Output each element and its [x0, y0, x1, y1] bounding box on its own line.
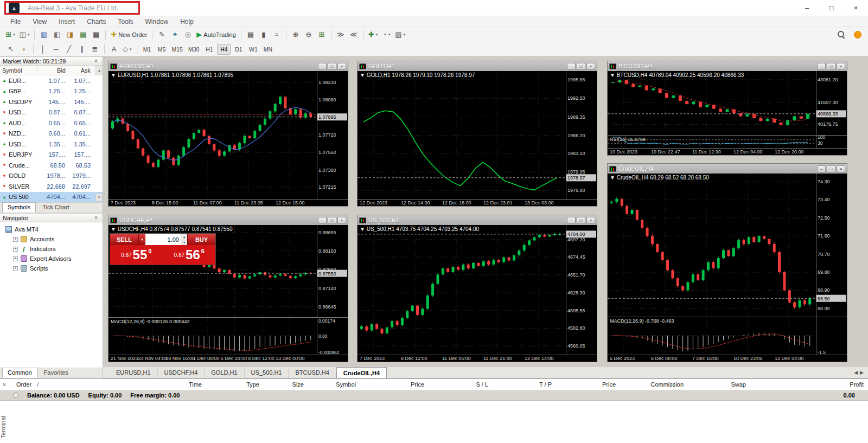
sell-options-dropdown-icon[interactable]: ▾	[138, 234, 145, 245]
terminal-close-icon[interactable]: ×	[3, 382, 6, 388]
window-minimize-button[interactable]: –	[318, 217, 327, 224]
terminal-column-symbol[interactable]: Symbol	[308, 381, 360, 388]
tab-next-icon[interactable]: ▶	[860, 370, 864, 375]
equidistant-channel-button[interactable]: ∥	[76, 43, 88, 55]
chart-canvas-us500[interactable]: 7 Dec 20238 Dec 12:0011 Dec 05:0011 Dec …	[358, 225, 597, 362]
menu-charts[interactable]: Charts	[81, 18, 112, 25]
menu-tools[interactable]: Tools	[112, 18, 139, 25]
window-minimize-button[interactable]: –	[318, 63, 327, 70]
search-button[interactable]	[835, 29, 847, 41]
autotrading-button[interactable]: ▶AutoTrading	[195, 29, 238, 41]
navigator-item-scripts[interactable]: +Scripts	[0, 264, 103, 273]
chart-window-titlebar[interactable]: USDCHF,H4–□×	[108, 215, 348, 225]
market-watch-row-eurjpy[interactable]: ▼EURJPY157....157....	[0, 150, 103, 160]
horizontal-line-button[interactable]: ─	[50, 43, 62, 55]
market-watch-row-us-500[interactable]: ▲US 5004704...4704...	[0, 192, 103, 203]
stepper-up-icon[interactable]: ▴	[181, 234, 187, 240]
market-watch-button[interactable]: ▥	[38, 29, 50, 41]
chart-window-titlebar[interactable]: CrudeOIL,H4–□×	[608, 164, 847, 174]
window-minimize-button[interactable]: –	[817, 63, 826, 70]
buy-price-button[interactable]: 0.87566	[163, 245, 216, 265]
profiles-button[interactable]: ◫▾	[17, 29, 31, 41]
timeframe-m15-button[interactable]: M15	[170, 44, 185, 55]
chart-tab-eurusd-h1[interactable]: EURUSD,H1	[110, 367, 158, 378]
chart-window-titlebar[interactable]: GOLD,H1–□×	[358, 61, 597, 71]
sell-price-button[interactable]: 0.87550	[110, 245, 163, 265]
navigator-item-indicators[interactable]: +ƒIndicators	[0, 244, 103, 254]
chart-tab-us-500-h1[interactable]: US_500,H1	[245, 367, 289, 378]
chart-canvas-gold[interactable]: 12 Dec 202312 Dec 14:0012 Dec 18:0012 De…	[358, 71, 597, 206]
market-watch-row-aud[interactable]: ▲AUD...0.65...0.65...	[0, 118, 103, 129]
market-watch-row-usdjpy[interactable]: ▲USDJPY145....145....	[0, 97, 103, 107]
window-restore-button[interactable]: □	[328, 217, 336, 224]
terminal-column-price[interactable]: Price	[360, 381, 429, 388]
chart-area-us500[interactable]: 7 Dec 20238 Dec 12:0011 Dec 05:0011 Dec …	[358, 225, 597, 362]
timeframe-h4-button[interactable]: H4	[217, 44, 231, 55]
window-restore-button[interactable]: □	[827, 165, 835, 172]
expand-icon[interactable]: +	[13, 266, 18, 271]
timeframe-h1-button[interactable]: H1	[202, 44, 216, 55]
chart-window-titlebar[interactable]: US_500,H1–□×	[358, 215, 597, 225]
window-close-button[interactable]: ×	[837, 63, 845, 70]
window-close-button[interactable]: ×	[337, 217, 346, 224]
sell-button[interactable]: SELL	[110, 234, 138, 245]
chart-shift-button[interactable]: ≪	[348, 29, 360, 41]
chart-bars-button[interactable]: ▤	[245, 29, 257, 41]
terminal-column-price[interactable]: Price	[556, 381, 620, 388]
window-close-button[interactable]: ×	[337, 63, 346, 70]
expand-icon[interactable]: +	[13, 256, 18, 261]
chart-window-titlebar[interactable]: EURUSD,H1–□×	[108, 61, 348, 71]
terminal-column-commission[interactable]: Commission	[620, 381, 688, 388]
templates-button[interactable]: ▨▾	[393, 29, 407, 41]
scroll-up-icon[interactable]: ▴	[95, 66, 103, 75]
market-watch-row-usd[interactable]: ▲USD...1.35...1.35...	[0, 139, 103, 150]
tab-symbols[interactable]: Symbols	[2, 202, 36, 213]
tab-favorites[interactable]: Favorites	[39, 368, 74, 378]
window-close-button[interactable]: ×	[837, 165, 845, 172]
vertical-line-button[interactable]: │	[37, 43, 49, 55]
menu-window[interactable]: Window	[139, 18, 175, 25]
terminal-column-time[interactable]: Time	[163, 381, 206, 388]
volume-input[interactable]: 1.00▴▾	[145, 234, 187, 245]
chart-area-usdchf[interactable]: 21 Nov 202324 Nov 04:0028 Nov 16:001 Dec…	[108, 225, 348, 362]
tile-windows-button[interactable]: ⊞	[316, 29, 328, 41]
window-restore-button[interactable]: □	[577, 63, 585, 70]
volume-stepper[interactable]: ▴▾	[181, 234, 187, 245]
timeframe-d1-button[interactable]: D1	[232, 44, 245, 55]
menu-insert[interactable]: Insert	[53, 18, 81, 25]
market-watch-row-nzd[interactable]: ▼NZD...0.60...0.61...	[0, 129, 103, 139]
market-watch-row-usd[interactable]: ▼USD...0.87...0.87...	[0, 107, 103, 118]
window-minimize-button[interactable]: –	[567, 63, 576, 70]
chart-window-btcusd[interactable]: BTCUSD,H4–□×10 Dec 202310 Dec 22:4711 De…	[607, 61, 847, 156]
stepper-down-icon[interactable]: ▾	[181, 240, 187, 246]
market-watch-row-silver[interactable]: ▼SILVER22.66822.697	[0, 181, 103, 192]
terminal-column-type[interactable]: Type	[206, 381, 264, 388]
chart-canvas-eurusd[interactable]: 7 Dec 20238 Dec 15:0011 Dec 07:0011 Dec …	[108, 71, 348, 206]
market-watch-close-icon[interactable]: ×	[92, 58, 100, 64]
timeframe-mn-button[interactable]: MN	[261, 44, 275, 55]
fibonacci-button[interactable]: ≣	[89, 43, 101, 55]
terminal-column-s-l[interactable]: S / L	[429, 381, 493, 388]
timeframe-m5-button[interactable]: M5	[155, 44, 169, 55]
menu-help[interactable]: Help	[174, 18, 200, 25]
metaeditor-button[interactable]: ✎	[156, 29, 168, 41]
navigator-item-accounts[interactable]: +Accounts	[0, 234, 103, 244]
crosshair-button[interactable]: +	[18, 43, 30, 55]
periods-button[interactable]: ◔▾	[380, 29, 392, 41]
notifications-icon[interactable]	[854, 31, 861, 38]
terminal-column-size[interactable]: Size	[264, 381, 308, 388]
navigator-item-expert-advisors[interactable]: +Expert Advisors	[0, 254, 103, 264]
auto-scroll-button[interactable]: ≫	[335, 29, 347, 41]
tab-tick-chart[interactable]: Tick Chart	[37, 202, 75, 213]
window-minimize-button[interactable]: –	[795, 0, 819, 16]
chart-area-btcusd[interactable]: 10 Dec 202310 Dec 22:4711 Dec 12:0012 De…	[608, 71, 847, 155]
buy-button[interactable]: BUY	[187, 234, 215, 245]
menu-view[interactable]: View	[27, 18, 53, 25]
indicators-button[interactable]: ✚▾	[367, 29, 379, 41]
navigator-button[interactable]: ◨	[64, 29, 76, 41]
market-watch-row-crude[interactable]: ▼Crude...68.5068.53	[0, 160, 103, 171]
tab-prev-icon[interactable]: ◀	[854, 370, 858, 375]
zoom-in-button[interactable]: ⊕	[290, 29, 302, 41]
chart-area-eurusd[interactable]: 7 Dec 20238 Dec 15:0011 Dec 07:0011 Dec …	[108, 71, 348, 206]
expand-icon[interactable]: +	[13, 247, 18, 252]
